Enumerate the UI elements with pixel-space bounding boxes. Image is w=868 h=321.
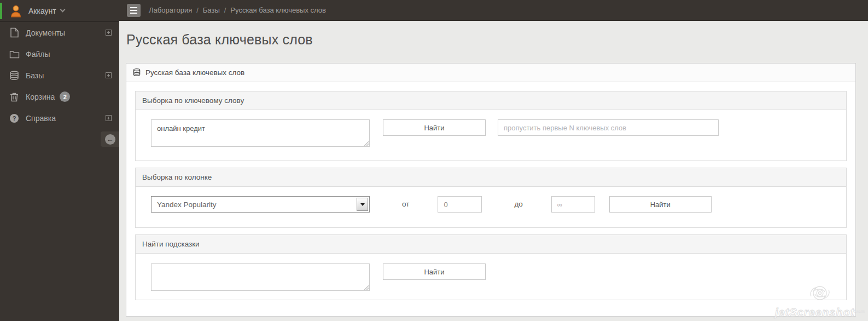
sidebar-item-label: Базы [26,71,44,80]
trash-icon [9,91,20,102]
breadcrumb-separator: / [224,6,226,14]
sidebar-item-label: Корзина [26,93,55,101]
avatar-icon [9,4,23,18]
panel-title: Русская база ключевых слов [145,68,244,77]
topbar: Лаборатория / Базы / Русская база ключев… [119,0,868,21]
column-select-value: Yandex Popularity [157,200,217,209]
from-label: от [402,196,409,213]
database-icon [133,68,141,77]
section-header: Выборка по колонке [136,168,846,187]
folder-icon [9,49,20,60]
select-dropdown-icon[interactable] [357,198,368,211]
range-to-input[interactable] [551,196,595,213]
database-icon [9,70,20,81]
breadcrumb-separator: / [196,6,199,14]
section-body: Найти [136,254,846,300]
document-icon [9,27,20,38]
sidebar-item-label: Файлы [26,50,50,59]
breadcrumb-current: Русская база ключевых слов [230,6,326,14]
sidebar-item-databases[interactable]: Базы [0,65,119,86]
sidebar-item-trash[interactable]: Корзина 2 [0,86,119,107]
section-column-selection: Выборка по колонке Yandex Popularity от … [135,168,847,228]
help-icon: ? [9,113,20,124]
account-menu[interactable]: Аккаунт [0,0,119,22]
sidebar-item-label: Документы [26,28,65,37]
sidebar-menu: Документы Файлы Базы [0,22,119,129]
sidebar-collapse-button[interactable]: ← [101,131,119,147]
hints-search-button[interactable]: Найти [383,263,486,280]
skip-n-keywords-input[interactable] [498,119,719,136]
sidebar-item-label: Справка [26,114,56,123]
column-select[interactable]: Yandex Popularity [151,196,370,213]
expand-icon[interactable] [106,72,112,78]
chevron-down-icon [60,7,65,13]
watermark-suffix: .com [854,309,865,314]
breadcrumb-link-databases[interactable]: Базы [203,6,220,14]
column-search-button[interactable]: Найти [609,196,712,213]
hints-textarea[interactable] [151,263,370,291]
sidebar-item-documents[interactable]: Документы [0,22,119,43]
breadcrumb-link-laboratory[interactable]: Лаборатория [149,6,192,14]
keyword-textarea[interactable]: онлайн кредит [151,119,370,147]
sidebar-item-files[interactable]: Файлы [0,43,119,65]
trash-count-badge: 2 [60,91,70,102]
expand-icon[interactable] [106,30,112,36]
section-header: Выборка по ключевому слову [136,91,846,110]
active-indicator [0,3,2,19]
section-find-hints: Найти подсказки Найти [135,234,847,300]
keyword-search-button[interactable]: Найти [383,119,486,136]
section-body: онлайн кредит Найти [136,110,846,160]
panel-header: Русская база ключевых слов [126,64,855,82]
sidebar: Аккаунт Документы Файлы [0,0,119,321]
arrow-left-icon: ← [105,134,115,145]
panel-russian-keyword-db: Русская база ключевых слов Выборка по кл… [126,63,856,317]
svg-text:?: ? [13,115,16,122]
to-label: до [514,196,522,213]
section-body: Yandex Popularity от до Найти [136,187,846,227]
expand-icon[interactable] [106,115,112,121]
section-header: Найти подсказки [136,235,846,254]
account-label: Аккаунт [28,7,56,15]
range-from-input[interactable] [438,196,482,213]
breadcrumb: Лаборатория / Базы / Русская база ключев… [149,6,326,14]
menu-toggle-button[interactable] [127,4,141,17]
page-title: Русская база ключевых слов [126,32,313,48]
sidebar-item-help[interactable]: ? Справка [0,107,119,129]
section-keyword-selection: Выборка по ключевому слову онлайн кредит… [135,91,847,161]
